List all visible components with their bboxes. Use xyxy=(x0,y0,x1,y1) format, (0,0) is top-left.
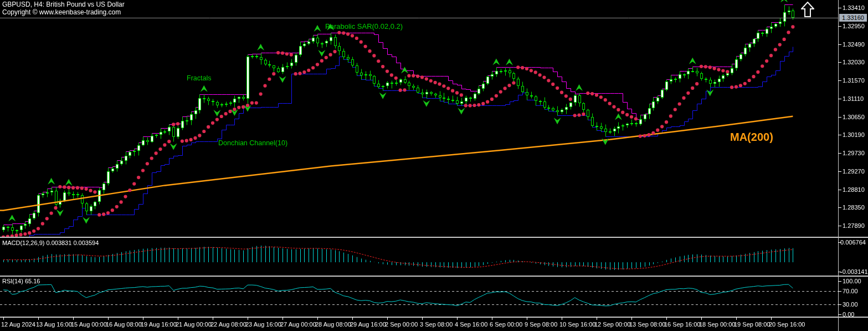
ma200-label: MA(200) xyxy=(730,134,773,141)
time-tick-label: 19 Aug 16:00 xyxy=(141,321,177,328)
price-tick-label: 1.30650 xyxy=(843,114,865,120)
rsi-tick-label: 70.00 xyxy=(843,288,858,294)
price-tick-label: 1.29730 xyxy=(843,150,865,156)
parabolic-sar-label: Parabolic SAR(0.02,0.2) xyxy=(325,23,403,30)
up-arrow-icon[interactable] xyxy=(801,2,814,17)
price-tick-label: 1.32950 xyxy=(843,23,865,29)
price-tick-label: 1.31110 xyxy=(843,95,864,102)
time-tick-label: 27 Aug 00:00 xyxy=(280,321,316,328)
price-tick-label: 1.28810 xyxy=(843,186,865,193)
time-tick-label: 2 Sep 00:00 xyxy=(385,321,418,328)
price-tick-label: 1.30190 xyxy=(843,131,865,138)
time-tick-label: 6 Sep 00:00 xyxy=(490,321,522,328)
time-tick-label: 16 Sep 16:00 xyxy=(664,321,700,328)
time-tick-label: 3 Sep 08:00 xyxy=(420,321,453,328)
copyright-text: Copyright © www.keenbase-trading.com xyxy=(2,9,121,16)
price-tick-label: 1.28350 xyxy=(843,204,865,211)
time-tick-label: 4 Sep 16:00 xyxy=(455,321,487,328)
time-tick-label: 18 Sep 00:00 xyxy=(699,321,735,328)
time-tick-label: 29 Aug 16:00 xyxy=(350,321,386,328)
time-tick-label: 28 Aug 08:00 xyxy=(315,321,351,328)
time-tick-label: 12 Aug 2024 xyxy=(1,321,35,328)
time-tick-label: 10 Sep 16:00 xyxy=(559,321,595,328)
fractals-label: Fractals xyxy=(187,75,211,82)
time-tick-label: 16 Aug 08:00 xyxy=(106,321,142,328)
price-tick-label: 1.29270 xyxy=(843,168,865,175)
donchian-channel-label: Donchian Channel(10) xyxy=(218,140,287,147)
chart-canvas[interactable] xyxy=(0,0,868,331)
time-tick-label: 13 Sep 08:00 xyxy=(629,321,665,328)
rsi-tick-label: 30.00 xyxy=(843,301,858,308)
chart-window: GBPUSD, H4: British Pound vs US Dollar C… xyxy=(0,0,868,331)
time-tick-label: 13 Aug 16:00 xyxy=(36,321,72,328)
time-tick-label: 19 Sep 08:00 xyxy=(734,321,770,328)
time-tick-label: 15 Aug 00:00 xyxy=(71,321,107,328)
rsi-tick-label: 0.00 xyxy=(843,311,854,318)
price-tick-label: 1.31570 xyxy=(843,77,865,84)
price-tick-label: 1.27890 xyxy=(843,222,865,229)
macd-tick-label: -0.003141 xyxy=(840,268,868,275)
current-price-badge: 1.33160 xyxy=(839,14,867,22)
macd-tick-label: 0.006764 xyxy=(840,239,866,246)
time-tick-label: 9 Sep 08:00 xyxy=(525,321,557,328)
macd-label: MACD(12,26,9) 0.003831 0.003594 xyxy=(2,240,99,246)
rsi-tick-label: 100.00 xyxy=(843,278,861,284)
price-tick-label: 1.32030 xyxy=(843,59,865,65)
rsi-label: RSI(14) 65.16 xyxy=(2,278,40,284)
time-tick-label: 22 Aug 08:00 xyxy=(210,321,246,328)
symbol-title: GBPUSD, H4: British Pound vs US Dollar xyxy=(2,1,125,8)
price-tick-label: 1.33410 xyxy=(843,4,865,11)
time-tick-label: 12 Sep 00:00 xyxy=(594,321,630,328)
time-tick-label: 20 Sep 16:00 xyxy=(769,321,805,328)
time-tick-label: 23 Aug 16:00 xyxy=(245,321,281,328)
time-tick-label: 21 Aug 00:00 xyxy=(176,321,212,328)
price-tick-label: 1.32490 xyxy=(843,41,865,48)
